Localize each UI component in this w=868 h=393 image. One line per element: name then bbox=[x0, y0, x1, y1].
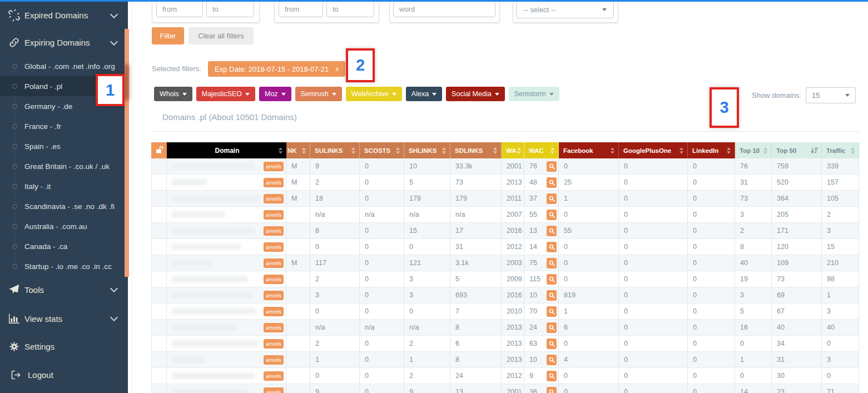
search-button[interactable] bbox=[547, 306, 557, 317]
metric-dropdown-whois[interactable]: Whois bbox=[154, 87, 192, 101]
cell-value: 0 bbox=[365, 162, 369, 170]
column-header-facebook[interactable]: Facebook bbox=[559, 142, 619, 158]
ahrefs-button[interactable]: aHrefs bbox=[264, 194, 284, 203]
sidebar-subitem[interactable]: Italy - .it bbox=[0, 176, 128, 196]
cell-value: M bbox=[291, 195, 297, 202]
close-icon[interactable]: x bbox=[335, 65, 339, 73]
column-header-googleplusone[interactable]: GooglePlusOne bbox=[619, 142, 688, 158]
search-button[interactable] bbox=[547, 210, 557, 220]
unlock-column-header[interactable] bbox=[151, 142, 167, 158]
ahrefs-button[interactable]: aHrefs bbox=[264, 275, 284, 284]
cell-domain: aHrefs bbox=[167, 239, 286, 255]
sidebar-item-logout[interactable]: Logout bbox=[0, 361, 128, 388]
to-input-2[interactable] bbox=[326, 1, 374, 17]
metric-dropdown-webarchive[interactable]: WebArchive bbox=[346, 87, 402, 101]
sidebar-subitem[interactable]: Spain - .es bbox=[0, 136, 128, 156]
sidebar-subitem[interactable]: Startup - .io .me .co .in .cc bbox=[0, 256, 128, 276]
sidebar-subitem[interactable]: Global - .com .net .info .org bbox=[0, 56, 128, 76]
column-header-linkedin[interactable]: LinkedIn bbox=[688, 142, 735, 158]
sidebar-item-expired-domains[interactable]: Expired Domains bbox=[0, 2, 128, 29]
ahrefs-button[interactable]: aHrefs bbox=[264, 242, 284, 252]
metric-dropdown-moz[interactable]: Moz bbox=[259, 87, 291, 101]
ahrefs-button[interactable]: aHrefs bbox=[264, 226, 284, 236]
cell-traffic: 40 bbox=[822, 320, 859, 335]
search-button[interactable] bbox=[547, 371, 557, 381]
cell-value: 5 bbox=[740, 307, 744, 315]
sort-amount-icon bbox=[811, 147, 818, 154]
search-button[interactable] bbox=[547, 193, 557, 204]
cell-scosts: 0 bbox=[360, 271, 404, 287]
show-domains-select[interactable]: 15 bbox=[806, 87, 856, 103]
ahrefs-button[interactable]: aHrefs bbox=[264, 323, 284, 332]
exp-date-filter-chip[interactable]: Exp Date: 2018-07-15 - 2018-07-21 x bbox=[208, 61, 345, 77]
search-button[interactable] bbox=[547, 226, 557, 236]
sidebar-subitem[interactable]: Great Britain - .co.uk / .uk bbox=[0, 156, 128, 176]
column-header-domain[interactable]: Domain bbox=[167, 142, 286, 158]
cell-value: 2 bbox=[409, 340, 413, 347]
metric-dropdown-alexa[interactable]: Alexa bbox=[406, 87, 442, 101]
filter-button[interactable]: Filter bbox=[152, 27, 184, 44]
metric-dropdown-semrush[interactable]: Semrush bbox=[295, 87, 342, 101]
column-header-traffic[interactable]: Traffic bbox=[822, 142, 859, 158]
search-button[interactable] bbox=[547, 387, 557, 393]
column-header-sulinks[interactable]: SULINKS bbox=[310, 142, 360, 158]
search-button[interactable] bbox=[547, 290, 557, 301]
search-button[interactable] bbox=[547, 355, 557, 365]
search-button[interactable] bbox=[547, 177, 557, 188]
from-input-2[interactable] bbox=[279, 1, 323, 17]
cell-value: 2012 bbox=[507, 372, 522, 380]
ahrefs-button[interactable]: aHrefs bbox=[264, 387, 284, 393]
sidebar-item-view-stats[interactable]: View stats bbox=[0, 305, 128, 332]
sidebar-subitem[interactable]: Scandinavia - .se .no .dk .fi bbox=[0, 196, 128, 216]
column-header-wa[interactable]: WA bbox=[502, 142, 524, 158]
cell-value: 8 bbox=[315, 227, 319, 235]
column-header-top10[interactable]: Top 10 bbox=[735, 142, 772, 158]
column-label: Traffic bbox=[826, 147, 846, 154]
sidebar-scrollbar[interactable] bbox=[125, 29, 129, 277]
cell-nk bbox=[286, 352, 310, 367]
column-header-top50[interactable]: Top 50 bbox=[772, 142, 822, 158]
ahrefs-button[interactable]: aHrefs bbox=[264, 210, 284, 220]
ahrefs-button[interactable]: aHrefs bbox=[264, 307, 284, 316]
to-input-1[interactable] bbox=[206, 1, 254, 17]
metric-dropdown-semstorm[interactable]: Semstorm bbox=[509, 87, 559, 101]
sidebar-item-tools[interactable]: Tools bbox=[0, 277, 128, 302]
cell-value: 1 bbox=[827, 291, 831, 299]
column-header-scosts[interactable]: SCOSTS bbox=[360, 142, 404, 158]
sidebar-subitem[interactable]: France - .fr bbox=[0, 116, 128, 136]
ahrefs-button[interactable]: aHrefs bbox=[264, 355, 284, 365]
search-button[interactable] bbox=[547, 339, 557, 349]
sidebar-subitem[interactable]: Australia - .com.au bbox=[0, 216, 128, 236]
search-button[interactable] bbox=[547, 274, 557, 285]
ahrefs-button[interactable]: aHrefs bbox=[264, 162, 284, 171]
cell-value: 0 bbox=[365, 291, 369, 299]
from-input-1[interactable] bbox=[156, 1, 203, 17]
cell-sulinks: 117 bbox=[310, 255, 360, 271]
search-button[interactable] bbox=[547, 258, 557, 268]
sort-icon bbox=[517, 147, 522, 154]
ahrefs-button[interactable]: aHrefs bbox=[264, 178, 284, 187]
ahrefs-button[interactable]: aHrefs bbox=[264, 371, 284, 381]
column-header-shlinks[interactable]: SHLINKS bbox=[404, 142, 450, 158]
cell-value: 40 bbox=[777, 324, 785, 331]
sidebar-subitem[interactable]: Canada - .ca bbox=[0, 236, 128, 256]
clear-all-filters-button[interactable]: Clear all filters bbox=[189, 27, 254, 44]
ahrefs-button[interactable]: aHrefs bbox=[264, 339, 284, 349]
cell-value: 0 bbox=[693, 195, 697, 202]
search-button[interactable] bbox=[547, 322, 557, 333]
sidebar-item-settings[interactable]: Settings bbox=[0, 334, 128, 359]
sort-icon bbox=[763, 147, 768, 154]
sidebar-item-expiring-domains[interactable]: Expiring Domains bbox=[0, 29, 128, 56]
metric-dropdown-majesticseo[interactable]: MajesticSEO bbox=[196, 87, 255, 101]
column-header-sdlinks[interactable]: SDLINKS bbox=[450, 142, 502, 158]
column-header-wac[interactable]: WAC bbox=[524, 142, 559, 158]
filter-select[interactable]: -- select -- bbox=[516, 1, 614, 18]
column-header-nk[interactable]: NK bbox=[286, 142, 310, 158]
ahrefs-button[interactable]: aHrefs bbox=[264, 258, 284, 268]
metric-dropdown-social-media[interactable]: Social Media bbox=[446, 87, 505, 101]
word-input[interactable] bbox=[393, 1, 495, 17]
search-button[interactable] bbox=[547, 161, 557, 172]
search-button[interactable] bbox=[547, 242, 557, 252]
ahrefs-button[interactable]: aHrefs bbox=[264, 291, 284, 300]
cell-top50: 364 bbox=[772, 191, 822, 206]
